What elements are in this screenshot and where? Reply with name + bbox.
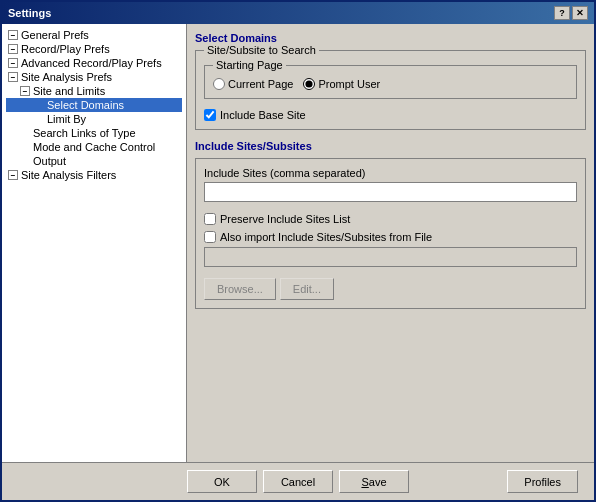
tree-leaf-mode-cache (20, 142, 30, 152)
tree-item-limit-by[interactable]: Limit By (6, 112, 182, 126)
center-buttons: OK Cancel Save (187, 470, 409, 493)
tree-item-site-analysis-prefs[interactable]: Site Analysis Prefs (6, 70, 182, 84)
close-button[interactable]: ✕ (572, 6, 588, 20)
tree-item-search-links[interactable]: Search Links of Type (6, 126, 182, 140)
settings-window: Settings ? ✕ General Prefs Record/Play P… (0, 0, 596, 502)
include-sites-input[interactable] (204, 182, 577, 202)
file-buttons-row: Browse... Edit... (204, 278, 577, 300)
tree-expand-site-analysis[interactable] (8, 72, 18, 82)
site-subsite-title: Site/Subsite to Search (204, 44, 319, 56)
radio-current-label: Current Page (228, 78, 293, 90)
tree-expand-site-limits[interactable] (20, 86, 30, 96)
tree-leaf-search-links (20, 128, 30, 138)
profiles-button[interactable]: Profiles (507, 470, 578, 493)
title-bar: Settings ? ✕ (2, 2, 594, 24)
tree-expand-record[interactable] (8, 44, 18, 54)
tree-expand-general[interactable] (8, 30, 18, 40)
tree-item-advanced[interactable]: Advanced Record/Play Prefs (6, 56, 182, 70)
radio-prompt-user[interactable]: Prompt User (303, 78, 380, 90)
starting-page-title: Starting Page (213, 59, 286, 71)
browse-button[interactable]: Browse... (204, 278, 276, 300)
tree-item-site-analysis-filters[interactable]: Site Analysis Filters (6, 168, 182, 182)
save-button[interactable]: Save (339, 470, 409, 493)
edit-button[interactable]: Edit... (280, 278, 334, 300)
tree-item-general-prefs[interactable]: General Prefs (6, 28, 182, 42)
title-bar-buttons: ? ✕ (554, 6, 588, 20)
include-sites-box: Include Sites (comma separated) Preserve… (195, 158, 586, 309)
preserve-checkbox[interactable] (204, 213, 216, 225)
tree-item-mode-cache[interactable]: Mode and Cache Control (6, 140, 182, 154)
also-import-row: Also import Include Sites/Subsites from … (204, 231, 577, 243)
bottom-bar-container: OK Cancel Save Profiles (10, 470, 586, 493)
include-base-site-label: Include Base Site (220, 109, 306, 121)
tree-expand-filters[interactable] (8, 170, 18, 180)
tree-leaf-select-domains (34, 100, 44, 110)
starting-page-group: Starting Page Current Page Prompt User (204, 65, 577, 99)
include-base-site-checkbox[interactable] (204, 109, 216, 121)
include-base-site-row: Include Base Site (204, 109, 577, 121)
window-title: Settings (8, 7, 51, 19)
radio-prompt-label: Prompt User (318, 78, 380, 90)
tree-item-select-domains[interactable]: Select Domains (6, 98, 182, 112)
preserve-row: Preserve Include Sites List (204, 213, 577, 225)
tree-item-record-play[interactable]: Record/Play Prefs (6, 42, 182, 56)
tree-panel: General Prefs Record/Play Prefs Advanced… (2, 24, 187, 462)
also-import-label: Also import Include Sites/Subsites from … (220, 231, 432, 243)
bottom-bar: OK Cancel Save Profiles (2, 462, 594, 500)
starting-page-radio-group: Current Page Prompt User (213, 74, 568, 90)
section1-title: Select Domains (195, 32, 586, 44)
section2-title: Include Sites/Subsites (195, 140, 586, 152)
cancel-button[interactable]: Cancel (263, 470, 333, 493)
tree-leaf-output (20, 156, 30, 166)
tree-item-site-and-limits[interactable]: Site and Limits (6, 84, 182, 98)
tree-item-output[interactable]: Output (6, 154, 182, 168)
file-path-input[interactable] (204, 247, 577, 267)
window-content: General Prefs Record/Play Prefs Advanced… (2, 24, 594, 462)
also-import-checkbox[interactable] (204, 231, 216, 243)
right-panel: Select Domains Site/Subsite to Search St… (187, 24, 594, 462)
radio-prompt-input[interactable] (303, 78, 315, 90)
tree-expand-advanced[interactable] (8, 58, 18, 68)
radio-current-input[interactable] (213, 78, 225, 90)
radio-current-page[interactable]: Current Page (213, 78, 293, 90)
site-subsite-group: Site/Subsite to Search Starting Page Cur… (195, 50, 586, 130)
preserve-label: Preserve Include Sites List (220, 213, 350, 225)
ok-button[interactable]: OK (187, 470, 257, 493)
tree-leaf-limit-by (34, 114, 44, 124)
help-button[interactable]: ? (554, 6, 570, 20)
include-sites-label: Include Sites (comma separated) (204, 167, 577, 179)
